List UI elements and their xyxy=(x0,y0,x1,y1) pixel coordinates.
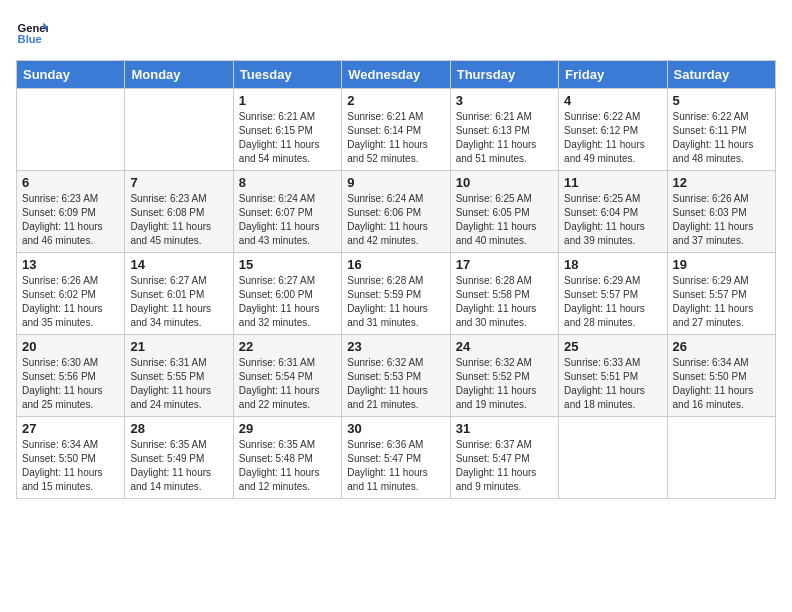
day-number: 27 xyxy=(22,421,119,436)
day-number: 7 xyxy=(130,175,227,190)
day-number: 28 xyxy=(130,421,227,436)
day-info: Sunrise: 6:21 AM Sunset: 6:13 PM Dayligh… xyxy=(456,110,553,166)
col-header-sunday: Sunday xyxy=(17,61,125,89)
calendar-header: SundayMondayTuesdayWednesdayThursdayFrid… xyxy=(17,61,776,89)
week-row-5: 27Sunrise: 6:34 AM Sunset: 5:50 PM Dayli… xyxy=(17,417,776,499)
calendar-cell: 6Sunrise: 6:23 AM Sunset: 6:09 PM Daylig… xyxy=(17,171,125,253)
day-info: Sunrise: 6:22 AM Sunset: 6:11 PM Dayligh… xyxy=(673,110,770,166)
day-number: 9 xyxy=(347,175,444,190)
day-number: 29 xyxy=(239,421,336,436)
col-header-tuesday: Tuesday xyxy=(233,61,341,89)
day-info: Sunrise: 6:27 AM Sunset: 6:01 PM Dayligh… xyxy=(130,274,227,330)
calendar-cell: 9Sunrise: 6:24 AM Sunset: 6:06 PM Daylig… xyxy=(342,171,450,253)
calendar-cell: 16Sunrise: 6:28 AM Sunset: 5:59 PM Dayli… xyxy=(342,253,450,335)
day-number: 22 xyxy=(239,339,336,354)
week-row-1: 1Sunrise: 6:21 AM Sunset: 6:15 PM Daylig… xyxy=(17,89,776,171)
day-number: 21 xyxy=(130,339,227,354)
day-info: Sunrise: 6:34 AM Sunset: 5:50 PM Dayligh… xyxy=(22,438,119,494)
day-number: 15 xyxy=(239,257,336,272)
day-number: 12 xyxy=(673,175,770,190)
day-number: 19 xyxy=(673,257,770,272)
calendar-cell: 13Sunrise: 6:26 AM Sunset: 6:02 PM Dayli… xyxy=(17,253,125,335)
calendar-cell: 26Sunrise: 6:34 AM Sunset: 5:50 PM Dayli… xyxy=(667,335,775,417)
day-number: 2 xyxy=(347,93,444,108)
col-header-saturday: Saturday xyxy=(667,61,775,89)
day-info: Sunrise: 6:31 AM Sunset: 5:55 PM Dayligh… xyxy=(130,356,227,412)
day-number: 6 xyxy=(22,175,119,190)
calendar-cell: 22Sunrise: 6:31 AM Sunset: 5:54 PM Dayli… xyxy=(233,335,341,417)
day-info: Sunrise: 6:25 AM Sunset: 6:05 PM Dayligh… xyxy=(456,192,553,248)
calendar-cell: 10Sunrise: 6:25 AM Sunset: 6:05 PM Dayli… xyxy=(450,171,558,253)
day-number: 14 xyxy=(130,257,227,272)
calendar-cell: 18Sunrise: 6:29 AM Sunset: 5:57 PM Dayli… xyxy=(559,253,667,335)
day-number: 11 xyxy=(564,175,661,190)
logo: General Blue xyxy=(16,16,48,48)
calendar-cell: 2Sunrise: 6:21 AM Sunset: 6:14 PM Daylig… xyxy=(342,89,450,171)
calendar-cell: 4Sunrise: 6:22 AM Sunset: 6:12 PM Daylig… xyxy=(559,89,667,171)
day-info: Sunrise: 6:28 AM Sunset: 5:58 PM Dayligh… xyxy=(456,274,553,330)
day-info: Sunrise: 6:27 AM Sunset: 6:00 PM Dayligh… xyxy=(239,274,336,330)
col-header-wednesday: Wednesday xyxy=(342,61,450,89)
day-info: Sunrise: 6:21 AM Sunset: 6:14 PM Dayligh… xyxy=(347,110,444,166)
calendar-cell: 27Sunrise: 6:34 AM Sunset: 5:50 PM Dayli… xyxy=(17,417,125,499)
day-info: Sunrise: 6:29 AM Sunset: 5:57 PM Dayligh… xyxy=(564,274,661,330)
day-number: 8 xyxy=(239,175,336,190)
day-number: 3 xyxy=(456,93,553,108)
calendar-cell: 1Sunrise: 6:21 AM Sunset: 6:15 PM Daylig… xyxy=(233,89,341,171)
day-info: Sunrise: 6:24 AM Sunset: 6:06 PM Dayligh… xyxy=(347,192,444,248)
calendar-cell: 23Sunrise: 6:32 AM Sunset: 5:53 PM Dayli… xyxy=(342,335,450,417)
calendar-cell: 17Sunrise: 6:28 AM Sunset: 5:58 PM Dayli… xyxy=(450,253,558,335)
calendar-cell xyxy=(125,89,233,171)
day-info: Sunrise: 6:29 AM Sunset: 5:57 PM Dayligh… xyxy=(673,274,770,330)
day-info: Sunrise: 6:26 AM Sunset: 6:03 PM Dayligh… xyxy=(673,192,770,248)
week-row-2: 6Sunrise: 6:23 AM Sunset: 6:09 PM Daylig… xyxy=(17,171,776,253)
calendar-cell: 7Sunrise: 6:23 AM Sunset: 6:08 PM Daylig… xyxy=(125,171,233,253)
day-info: Sunrise: 6:35 AM Sunset: 5:48 PM Dayligh… xyxy=(239,438,336,494)
col-header-monday: Monday xyxy=(125,61,233,89)
day-info: Sunrise: 6:34 AM Sunset: 5:50 PM Dayligh… xyxy=(673,356,770,412)
page-header: General Blue xyxy=(16,16,776,48)
week-row-3: 13Sunrise: 6:26 AM Sunset: 6:02 PM Dayli… xyxy=(17,253,776,335)
day-info: Sunrise: 6:35 AM Sunset: 5:49 PM Dayligh… xyxy=(130,438,227,494)
calendar-cell: 20Sunrise: 6:30 AM Sunset: 5:56 PM Dayli… xyxy=(17,335,125,417)
day-number: 18 xyxy=(564,257,661,272)
calendar-cell: 11Sunrise: 6:25 AM Sunset: 6:04 PM Dayli… xyxy=(559,171,667,253)
calendar-cell: 21Sunrise: 6:31 AM Sunset: 5:55 PM Dayli… xyxy=(125,335,233,417)
calendar-cell xyxy=(667,417,775,499)
calendar-cell: 3Sunrise: 6:21 AM Sunset: 6:13 PM Daylig… xyxy=(450,89,558,171)
calendar-body: 1Sunrise: 6:21 AM Sunset: 6:15 PM Daylig… xyxy=(17,89,776,499)
calendar-cell: 5Sunrise: 6:22 AM Sunset: 6:11 PM Daylig… xyxy=(667,89,775,171)
calendar-table: SundayMondayTuesdayWednesdayThursdayFrid… xyxy=(16,60,776,499)
logo-icon: General Blue xyxy=(16,16,48,48)
header-row: SundayMondayTuesdayWednesdayThursdayFrid… xyxy=(17,61,776,89)
day-number: 4 xyxy=(564,93,661,108)
day-number: 5 xyxy=(673,93,770,108)
day-number: 31 xyxy=(456,421,553,436)
calendar-cell: 28Sunrise: 6:35 AM Sunset: 5:49 PM Dayli… xyxy=(125,417,233,499)
calendar-cell: 14Sunrise: 6:27 AM Sunset: 6:01 PM Dayli… xyxy=(125,253,233,335)
calendar-cell: 12Sunrise: 6:26 AM Sunset: 6:03 PM Dayli… xyxy=(667,171,775,253)
calendar-cell: 29Sunrise: 6:35 AM Sunset: 5:48 PM Dayli… xyxy=(233,417,341,499)
day-info: Sunrise: 6:23 AM Sunset: 6:09 PM Dayligh… xyxy=(22,192,119,248)
day-info: Sunrise: 6:22 AM Sunset: 6:12 PM Dayligh… xyxy=(564,110,661,166)
day-info: Sunrise: 6:23 AM Sunset: 6:08 PM Dayligh… xyxy=(130,192,227,248)
day-info: Sunrise: 6:32 AM Sunset: 5:53 PM Dayligh… xyxy=(347,356,444,412)
calendar-cell: 30Sunrise: 6:36 AM Sunset: 5:47 PM Dayli… xyxy=(342,417,450,499)
day-info: Sunrise: 6:37 AM Sunset: 5:47 PM Dayligh… xyxy=(456,438,553,494)
calendar-cell: 15Sunrise: 6:27 AM Sunset: 6:00 PM Dayli… xyxy=(233,253,341,335)
day-info: Sunrise: 6:24 AM Sunset: 6:07 PM Dayligh… xyxy=(239,192,336,248)
day-info: Sunrise: 6:36 AM Sunset: 5:47 PM Dayligh… xyxy=(347,438,444,494)
day-number: 1 xyxy=(239,93,336,108)
calendar-cell: 19Sunrise: 6:29 AM Sunset: 5:57 PM Dayli… xyxy=(667,253,775,335)
calendar-cell: 24Sunrise: 6:32 AM Sunset: 5:52 PM Dayli… xyxy=(450,335,558,417)
day-number: 20 xyxy=(22,339,119,354)
day-number: 10 xyxy=(456,175,553,190)
day-info: Sunrise: 6:33 AM Sunset: 5:51 PM Dayligh… xyxy=(564,356,661,412)
day-info: Sunrise: 6:28 AM Sunset: 5:59 PM Dayligh… xyxy=(347,274,444,330)
day-number: 24 xyxy=(456,339,553,354)
day-info: Sunrise: 6:25 AM Sunset: 6:04 PM Dayligh… xyxy=(564,192,661,248)
svg-text:Blue: Blue xyxy=(18,33,42,45)
day-info: Sunrise: 6:30 AM Sunset: 5:56 PM Dayligh… xyxy=(22,356,119,412)
day-info: Sunrise: 6:21 AM Sunset: 6:15 PM Dayligh… xyxy=(239,110,336,166)
day-info: Sunrise: 6:31 AM Sunset: 5:54 PM Dayligh… xyxy=(239,356,336,412)
